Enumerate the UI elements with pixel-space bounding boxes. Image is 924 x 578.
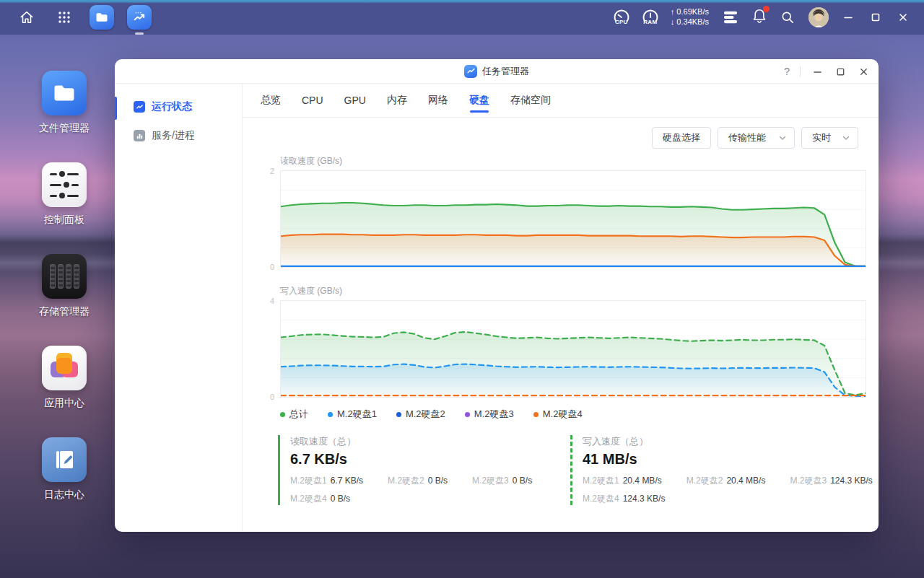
desktop-icon-label: 控制面板 <box>44 214 84 227</box>
ram-gauge-label: RAM <box>643 19 657 25</box>
desktop-icon-file-manager[interactable]: 文件管理器 <box>33 71 95 135</box>
desktop-icon-log-center[interactable]: 日志中心 <box>33 437 95 502</box>
control-panel-icon <box>42 162 87 207</box>
window-minimize-icon[interactable] <box>811 65 824 78</box>
metric-dropdown[interactable]: 传输性能 <box>718 127 795 149</box>
user-avatar[interactable] <box>808 7 829 27</box>
desktop-icon-app-center[interactable]: 应用中心 <box>33 346 95 410</box>
tab-cpu[interactable]: CPU <box>302 84 323 117</box>
desktop: CPU RAM ↑ 0.69KB/s ↓ 0.34KB/s <box>0 0 924 578</box>
net-upload-speed: ↑ 0.69KB/s <box>671 7 709 17</box>
legend-label: M.2硬盘4 <box>543 408 583 421</box>
legend-label: M.2硬盘2 <box>406 408 445 421</box>
ram-gauge[interactable]: RAM <box>642 9 659 25</box>
legend-dot <box>465 412 470 417</box>
disk-select-button[interactable]: 硬盘选择 <box>652 127 711 149</box>
search-icon[interactable] <box>778 5 797 30</box>
read-disk4-stat: M.2硬盘40 B/s <box>290 493 350 505</box>
window-maximize-icon[interactable] <box>834 65 847 78</box>
write-chart: 4 0 <box>243 300 879 398</box>
window-titlebar: 任务管理器 ? <box>115 59 879 84</box>
sidebar: 运行状态 服务/进程 <box>115 84 243 531</box>
legend-label: 总计 <box>289 408 308 421</box>
log-center-icon <box>42 437 87 482</box>
help-button[interactable]: ? <box>784 66 790 77</box>
legend-dot <box>280 412 285 417</box>
main-content: 总览 CPU GPU 内存 网络 硬盘 存储空间 硬盘选择 传输性能 实时 <box>243 84 879 531</box>
desktop-maximize-icon[interactable] <box>868 9 884 25</box>
taskbar-file-manager-app[interactable] <box>90 5 114 30</box>
interval-dropdown[interactable]: 实时 <box>801 127 858 149</box>
legend-item-disk4[interactable]: M.2硬盘4 <box>533 408 583 421</box>
desktop-icon-label: 存储管理器 <box>39 305 90 318</box>
legend-item-disk3[interactable]: M.2硬盘3 <box>465 408 514 421</box>
legend-item-disk1[interactable]: M.2硬盘1 <box>328 408 377 421</box>
tab-disk[interactable]: 硬盘 <box>469 84 489 117</box>
tab-gpu[interactable]: GPU <box>344 84 366 117</box>
window-title: 任务管理器 <box>482 65 529 78</box>
write-chart-y-axis: 4 0 <box>243 300 280 398</box>
read-disk1-stat: M.2硬盘16.7 KB/s <box>290 475 363 487</box>
network-speed-indicator[interactable]: ↑ 0.69KB/s ↓ 0.34KB/s <box>671 7 709 27</box>
write-stat-title: 写入速度（总） <box>583 435 859 448</box>
sidebar-active-indicator <box>115 97 117 120</box>
desktop-close-icon[interactable] <box>895 9 911 25</box>
desktop-icon-label: 文件管理器 <box>39 122 90 135</box>
write-disk2-stat: M.2硬盘220.4 MB/s <box>687 475 766 487</box>
read-chart-y-axis: 2 0 <box>243 170 280 268</box>
chart-legend: 总计 M.2硬盘1 M.2硬盘2 M.2硬盘3 <box>280 408 879 421</box>
file-manager-icon <box>42 71 87 115</box>
sidebar-item-services-processes[interactable]: 服务/进程 <box>115 121 242 150</box>
sidebar-item-label: 运行状态 <box>152 100 192 113</box>
legend-dot <box>396 412 401 417</box>
running-app-indicator <box>135 32 144 35</box>
sidebar-item-running-status[interactable]: 运行状态 <box>115 92 242 121</box>
legend-item-disk2[interactable]: M.2硬盘2 <box>396 408 445 421</box>
write-disk4-stat: M.2硬盘4124.3 KB/s <box>583 493 665 505</box>
write-chart-title: 写入速度 (GB/s) <box>280 285 879 297</box>
tab-overview[interactable]: 总览 <box>261 84 281 117</box>
notifications-bell[interactable] <box>752 8 767 27</box>
y-axis-max: 4 <box>270 297 274 305</box>
read-disk2-stat: M.2硬盘20 B/s <box>388 475 448 487</box>
read-stat-title: 读取速度（总） <box>290 435 570 448</box>
read-disk3-stat: M.2硬盘30 B/s <box>472 475 532 487</box>
y-axis-min: 0 <box>270 393 274 401</box>
write-stat-value: 41 MB/s <box>583 451 859 468</box>
sidebar-item-label: 服务/进程 <box>152 129 195 142</box>
legend-item-total[interactable]: 总计 <box>280 408 308 421</box>
tab-network[interactable]: 网络 <box>428 84 448 117</box>
write-chart-plot <box>280 300 866 398</box>
home-icon[interactable] <box>14 5 39 30</box>
app-launcher-grid-icon[interactable] <box>52 5 77 30</box>
storage-server-icon[interactable] <box>720 5 741 30</box>
write-speed-stat: 写入速度（总） 41 MB/s M.2硬盘120.4 MB/s M.2硬盘220… <box>570 435 859 505</box>
desktop-icon-storage-manager[interactable]: 存储管理器 <box>33 254 95 318</box>
desktop-icon-control-panel[interactable]: 控制面板 <box>33 162 95 227</box>
tab-storage-space[interactable]: 存储空间 <box>510 84 551 117</box>
write-disk3-stat: M.2硬盘3124.3 KB/s <box>790 475 872 487</box>
window-close-icon[interactable] <box>857 65 870 78</box>
folder-icon <box>90 5 114 30</box>
window-app-icon <box>464 65 477 78</box>
read-stat-value: 6.7 KB/s <box>290 451 570 468</box>
read-chart-title: 读取速度 (GB/s) <box>280 155 879 167</box>
tab-memory[interactable]: 内存 <box>387 84 407 117</box>
chevron-down-icon <box>778 133 787 142</box>
y-axis-max: 2 <box>270 167 274 175</box>
metric-dropdown-value: 传输性能 <box>728 131 766 144</box>
app-center-icon <box>42 346 87 390</box>
net-download-speed: ↓ 0.34KB/s <box>671 17 709 27</box>
taskbar-task-manager-app[interactable] <box>127 5 152 30</box>
legend-dot <box>328 412 333 417</box>
desktop-minimize-icon[interactable] <box>840 9 856 25</box>
desktop-icon-label: 日志中心 <box>44 489 84 502</box>
notification-badge <box>763 6 770 12</box>
write-disk1-stat: M.2硬盘120.4 MB/s <box>583 475 662 487</box>
task-manager-window: 任务管理器 ? <box>115 59 879 532</box>
cpu-gauge[interactable]: CPU <box>613 9 630 25</box>
interval-dropdown-value: 实时 <box>812 131 831 144</box>
y-axis-min: 0 <box>270 263 274 271</box>
tab-bar: 总览 CPU GPU 内存 网络 硬盘 存储空间 <box>243 84 879 118</box>
speed-stats: 读取速度（总） 6.7 KB/s M.2硬盘16.7 KB/s M.2硬盘20 … <box>278 435 879 505</box>
